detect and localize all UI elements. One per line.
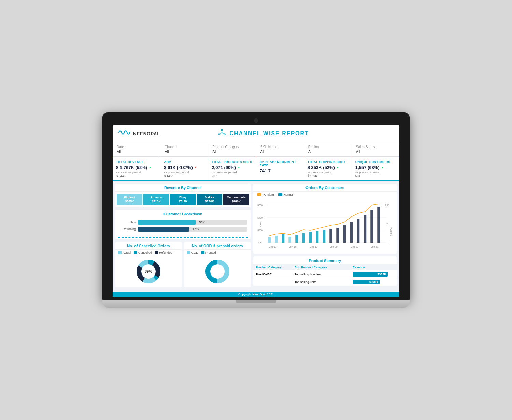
channel-bar-own-website: Own website$886K	[223, 194, 249, 205]
svg-rect-34	[323, 230, 325, 243]
dashed-separator	[118, 237, 248, 238]
header-title-accent: CHANNEL	[229, 130, 261, 136]
channel-bar-flipkart: Flipkart$565K	[117, 194, 142, 205]
svg-point-0	[221, 129, 223, 131]
product-summary-card: Product Summary Product Category Sub Pro…	[253, 256, 397, 286]
row2-rev: $260K	[353, 280, 394, 284]
svg-rect-33	[316, 231, 318, 243]
cod-prepaid-card: No. of COD & prepaid orders CODPrepaid	[184, 242, 251, 287]
product-summary-title: Product Summary	[253, 256, 397, 264]
kpi-aov: AOV $ 61K (-137%) ▼ vs previous period $…	[160, 157, 208, 180]
svg-text:0: 0	[388, 241, 389, 244]
legend-normal-label: Normal	[284, 193, 294, 196]
col-revenue: Revenue	[353, 266, 394, 269]
svg-text:Dec-18: Dec-18	[269, 246, 276, 248]
cod-legend: CODPrepaid	[184, 250, 251, 256]
customer-breakdown-card: Customer Breakdown New 53% Returning 47%	[115, 210, 251, 239]
filter-product-category[interactable]: Product CategoryAll	[208, 142, 256, 156]
svg-line-5	[220, 133, 222, 134]
row1-rev: $352K	[353, 272, 394, 277]
cod-prepaid-title: No. of COD & prepaid orders	[184, 242, 251, 250]
svg-line-6	[223, 133, 224, 134]
footer-bar: Copyright NeenOpal 2021	[113, 292, 399, 297]
legend-premium-label: Pemium	[263, 193, 274, 196]
cancelled-orders-title: No. of Cancelled Orders	[115, 242, 182, 250]
svg-rect-29	[288, 237, 291, 243]
kpi-total-shipping-cost: TOTAL SHIPPING COST $ 353K (52%) ▲ vs pr…	[304, 157, 352, 180]
svg-text:$0K: $0K	[257, 241, 262, 244]
row1-rev-bar: $352K	[353, 272, 388, 277]
breakdown-section: New 53% Returning 47%	[115, 218, 251, 236]
svg-text:100: 100	[385, 222, 389, 225]
row2-rev-bar: $260K	[353, 280, 380, 284]
kpi-row: TOTAL REVENUE $ 1,767K (52%) ▲ vs previo…	[113, 157, 399, 181]
kpi-unique-customers: UNIQUE CUSTOMERS 1,557 (68%) ▲ vs previo…	[352, 157, 399, 180]
row1-sub: Top selling bundles	[295, 272, 353, 276]
svg-rect-26	[268, 237, 271, 243]
revenue-by-channel-card: Revenue By Channel Flipkart$565KAmazon$7…	[115, 184, 251, 207]
orders-legend: Pemium Normal	[253, 192, 397, 198]
filter-channel[interactable]: ChannelAll	[160, 142, 208, 156]
header-title-area: CHANNEL WISE REPORT	[218, 129, 309, 139]
customer-breakdown-title: Customer Breakdown	[115, 210, 251, 218]
svg-rect-41	[370, 210, 373, 243]
svg-rect-42	[377, 207, 380, 243]
svg-rect-37	[343, 225, 346, 243]
laptop-base	[102, 300, 410, 308]
svg-text:$600K: $600K	[257, 204, 265, 206]
orders-chart-svg: $600K $400K $200K $0K 200 100 0	[255, 200, 395, 251]
cancelled-donut-area: 39%	[115, 256, 182, 287]
svg-rect-36	[336, 228, 339, 243]
svg-text:39%: 39%	[145, 269, 152, 274]
legend-premium: Pemium	[257, 193, 274, 196]
svg-text:Sales: Sales	[259, 221, 262, 227]
filters-row: DateAllChannelAllProduct CategoryAllSKU …	[113, 142, 399, 157]
svg-text:Jun-21: Jun-21	[371, 246, 379, 248]
row2-sub: Top selling units	[295, 280, 353, 284]
svg-point-3	[222, 132, 223, 133]
svg-text:Jun-19: Jun-19	[289, 246, 297, 248]
filter-date[interactable]: DateAll	[113, 142, 160, 156]
svg-rect-35	[329, 229, 332, 243]
svg-rect-30	[295, 235, 298, 243]
dashboard: NEENOPAL	[113, 125, 399, 297]
filter-region[interactable]: RegionAll	[304, 142, 352, 156]
svg-text:200: 200	[385, 204, 389, 206]
orders-chart-area: $600K $400K $200K $0K 200 100 0	[253, 198, 397, 254]
row1-cat: ProdCat001	[256, 272, 295, 276]
channel-bars: Flipkart$565KAmazon$713KEbay$749KNykka$7…	[115, 192, 251, 207]
cancelled-donut: 39%	[135, 258, 162, 285]
col-sub-cat: Sub Product Category	[295, 266, 353, 269]
revenue-by-channel-title: Revenue By Channel	[115, 184, 251, 192]
left-panel: Revenue By Channel Flipkart$565KAmazon$7…	[115, 184, 251, 289]
laptop-container: NEENOPAL	[102, 112, 410, 308]
svg-text:#Orders: #Orders	[390, 227, 393, 236]
footer-text: Copyright NeenOpal 2021	[238, 293, 274, 296]
bottom-row: No. of Cancelled Orders ActualCancelledR…	[115, 242, 251, 287]
logo-icon	[118, 129, 130, 138]
header-title: CHANNEL WISE REPORT	[229, 130, 309, 137]
channel-bar-ebay: Ebay$749K	[170, 194, 196, 205]
header-title-rest: WISE REPORT	[261, 130, 309, 136]
svg-rect-39	[357, 219, 359, 243]
svg-rect-27	[275, 236, 278, 243]
filter-sales-status[interactable]: Sales StatusAll	[352, 142, 399, 156]
kpi-total-products-sold: TOTAL PRODUCTS SOLD 2,071 (90%) ▲ vs pre…	[208, 157, 256, 180]
table-row-1: ProdCat001 Top selling bundles $352K	[253, 270, 397, 278]
svg-rect-28	[282, 234, 284, 243]
svg-rect-38	[350, 222, 353, 243]
filter-sku-name[interactable]: SKU NameAll	[256, 142, 304, 156]
col-product-cat: Product Category	[256, 266, 295, 269]
table-row-2: Top selling units $260K	[253, 278, 397, 286]
svg-text:Dec-19: Dec-19	[310, 246, 317, 248]
legend-normal: Normal	[278, 193, 294, 196]
breakdown-row-returning: Returning 47%	[119, 227, 247, 232]
svg-rect-40	[364, 215, 366, 243]
svg-rect-31	[302, 233, 305, 243]
svg-rect-32	[309, 232, 312, 243]
legend-normal-dot	[278, 193, 282, 196]
svg-text:$200K: $200K	[257, 229, 265, 232]
network-icon	[218, 129, 226, 139]
logo-area: NEENOPAL	[118, 129, 160, 138]
cancelled-orders-card: No. of Cancelled Orders ActualCancelledR…	[115, 242, 182, 287]
